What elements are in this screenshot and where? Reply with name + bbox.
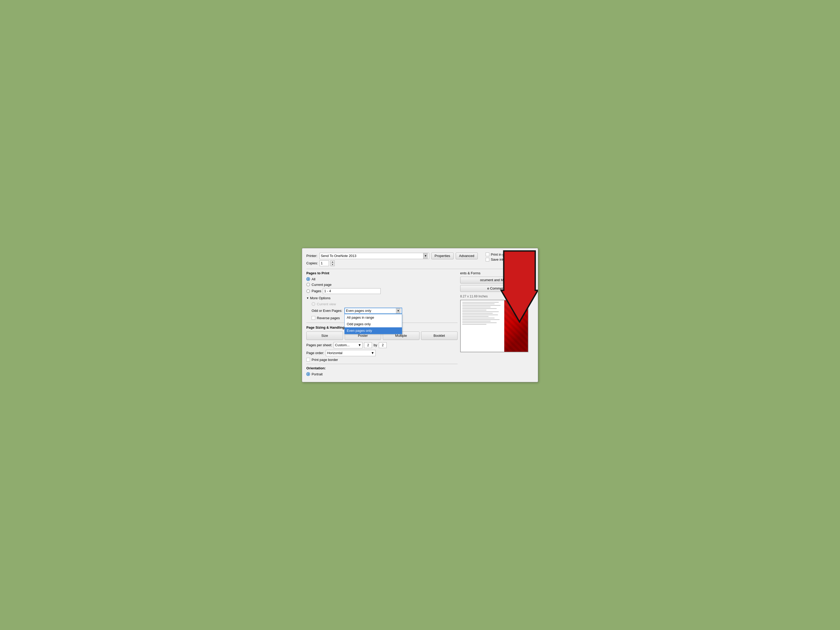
expand-triangle: ▼ [306,297,309,300]
page-order-row: Page order: Horizontal ▼ [306,350,458,356]
radio-portrait-label: Portrait [312,372,323,376]
odd-even-selected-value: Even pages only [346,309,371,313]
size-button[interactable]: Size [306,332,343,340]
booklet-button[interactable]: Booklet [421,332,458,340]
odd-even-row: Odd or Even Pages: Even pages only ▼ All… [312,308,458,314]
dropdown-item-even[interactable]: Even pages only [345,327,402,334]
save-ink-row: Save ink ℹ [486,257,534,262]
divider-1 [306,269,534,269]
odd-even-dropdown[interactable]: Even pages only ▼ [344,308,402,314]
dropdown-item-all[interactable]: All pages in range [345,314,402,321]
copies-up[interactable]: ▲ [331,261,335,264]
preview-image [504,300,528,352]
right-panel-buttons: ocument and Markups e Comments [460,277,534,292]
more-options-content: Current view Odd or Even Pages: Even pag… [312,302,458,320]
advanced-button[interactable]: Advanced [456,253,478,259]
radio-pages[interactable]: Pages [306,288,458,294]
pages-x-input[interactable] [364,342,372,348]
more-options-label: More Options [310,296,330,300]
radio-pages-label: Pages [312,289,321,293]
radio-current-label: Current page [312,283,332,287]
printer-label: Printer: [306,254,317,258]
printer-selected-value: Send To OneNote 2013 [321,254,357,258]
grayscale-label: Print in grayscale (black and [491,253,534,256]
odd-even-arrow[interactable]: ▼ [396,308,401,313]
by-label: by [374,343,377,347]
pages-to-print-section: Pages to Print All Current page Pages [306,271,458,294]
grayscale-checkbox[interactable] [486,253,489,256]
radio-current[interactable]: Current page [306,283,458,287]
page-preview [460,300,528,352]
radio-current-view-label: Current view [317,302,336,306]
printer-dropdown-arrow[interactable]: ▼ [423,253,428,259]
top-section: Printer: Send To OneNote 2013 ▼ Properti… [306,253,534,266]
custom-select[interactable]: Custom... ▼ [334,342,363,348]
properties-button[interactable]: Properties [431,253,453,259]
odd-even-menu: All pages in range Odd pages only Even p… [344,314,402,334]
pages-range-input[interactable] [323,288,381,294]
left-panel: Pages to Print All Current page Pages [306,271,458,378]
save-ink-checkbox[interactable] [486,258,489,261]
page-size-text: 8.27 x 11.69 Inches [460,295,534,298]
custom-select-arrow: ▼ [358,343,361,347]
pages-to-print-title: Pages to Print [306,271,458,275]
radio-pages-btn[interactable] [306,289,310,293]
copies-input[interactable] [319,261,329,266]
odd-even-dropdown-container: Even pages only ▼ All pages in range Odd… [344,308,402,314]
right-panel: ents & Forms ocument and Markups e Comme… [460,271,534,378]
custom-select-value: Custom... [335,343,350,347]
orientation-title: Orientation: [306,366,458,370]
preview-content [461,300,528,352]
right-panel-header: ents & Forms [460,271,534,275]
radio-current-view[interactable]: Current view [312,302,458,306]
radio-all-btn[interactable] [306,277,310,281]
pages-y-input[interactable] [379,342,387,348]
info-icon: ℹ [507,257,511,262]
print-border-checkbox[interactable] [306,358,310,362]
divider-3 [306,364,458,364]
document-markups-btn[interactable]: ocument and Markups [460,277,534,284]
comments-btn[interactable]: e Comments [460,285,534,292]
page-order-label: Page order: [306,351,324,355]
print-options-checkboxes: Print in grayscale (black and Save ink ℹ [486,253,534,262]
dropdown-item-odd[interactable]: Odd pages only [345,321,402,327]
pages-per-sheet-label: Pages per sheet: [306,343,332,347]
pages-per-sheet-row: Pages per sheet: Custom... ▼ by [306,342,458,348]
copies-spinner: ▲ ▼ [330,261,335,266]
radio-portrait-btn[interactable] [306,372,310,376]
orientation-section: Orientation: Portrait [306,366,458,376]
save-ink-label: Save ink [491,257,504,261]
main-content: Pages to Print All Current page Pages [306,271,534,378]
page-order-select[interactable]: Horizontal ▼ [326,350,376,356]
reverse-pages-label: Reverse pages [317,316,339,320]
reverse-pages-checkbox[interactable] [312,316,315,320]
more-options-header[interactable]: ▼ More Options [306,296,458,300]
print-border-row: Print page border [306,358,458,362]
radio-all[interactable]: All [306,277,458,281]
right-section-label: ents & Forms [460,271,480,275]
printer-dropdown[interactable]: Send To OneNote 2013 ▼ [319,253,429,259]
radio-current-view-btn[interactable] [312,302,315,306]
radio-portrait[interactable]: Portrait [306,372,458,376]
radio-current-btn[interactable] [306,283,310,286]
preview-text-area [461,300,504,352]
odd-even-label: Odd or Even Pages: [312,309,342,313]
page-order-value: Horizontal [327,351,343,355]
print-dialog: Printer: Send To OneNote 2013 ▼ Properti… [302,248,538,382]
print-border-label: Print page border [312,358,338,362]
radio-all-label: All [312,277,315,281]
copies-row: Copies: ▲ ▼ [306,261,478,266]
printer-row: Printer: Send To OneNote 2013 ▼ Properti… [306,253,478,259]
copies-down[interactable]: ▼ [331,263,335,266]
copies-label: Copies: [306,261,318,265]
page-order-arrow: ▼ [371,351,374,355]
grayscale-row: Print in grayscale (black and [486,253,534,256]
more-options-section: ▼ More Options Current view Odd or Even … [306,296,458,320]
